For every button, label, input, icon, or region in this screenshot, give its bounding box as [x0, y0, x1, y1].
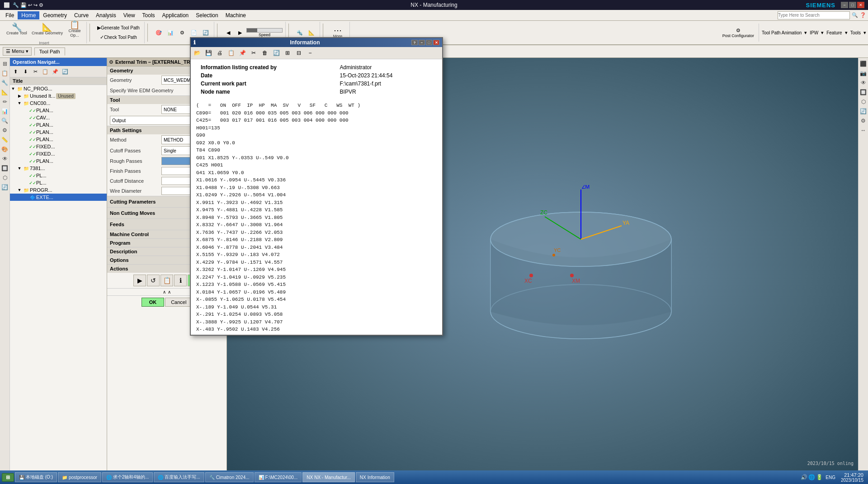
info-tb-delete[interactable]: 🗑: [259, 48, 270, 58]
cutoff-distance-input[interactable]: 0.0000: [161, 177, 193, 185]
info-tb-refresh[interactable]: 🔄: [271, 48, 282, 58]
tool-path-tab[interactable]: Tool Path: [34, 47, 65, 56]
action-btn-list[interactable]: 📋: [160, 275, 173, 286]
info-tb-open[interactable]: 📂: [192, 48, 203, 58]
right-sidebar-icon-7[interactable]: ⚙: [859, 117, 868, 125]
create-tool-button[interactable]: 🔧 Create Tool: [5, 22, 29, 37]
scroll-up-arrow[interactable]: ∧: [163, 289, 166, 294]
expand-7381[interactable]: ▼: [16, 165, 23, 171]
right-sidebar-icon-2[interactable]: 📷: [859, 69, 868, 77]
sidebar-icon-3[interactable]: 🔧: [1, 79, 9, 87]
sidebar-icon-5[interactable]: ✏: [1, 98, 9, 106]
menu-geometry[interactable]: Geometry: [39, 11, 71, 19]
info-content[interactable]: Information listing created by Administr…: [191, 59, 442, 335]
right-sidebar-icon-6[interactable]: 🔄: [859, 107, 868, 115]
maximize-button[interactable]: □: [849, 2, 856, 8]
sidebar-icon-8[interactable]: ⚙: [1, 126, 9, 134]
tray-icon2[interactable]: 🌐: [808, 474, 815, 480]
info-close-btn[interactable]: ✕: [433, 40, 439, 45]
postprocess-button[interactable]: ⚙: [177, 29, 188, 37]
action-btn-generate[interactable]: ▶: [133, 275, 146, 286]
nav-tb-btn3[interactable]: ✂: [31, 67, 40, 76]
menu-application[interactable]: Application: [159, 11, 193, 19]
menu-tools[interactable]: Tools: [139, 11, 159, 19]
rough-passes-input[interactable]: 0: [161, 157, 193, 165]
menu-curve[interactable]: Curve: [71, 11, 92, 19]
tray-icon3[interactable]: 🔋: [816, 474, 823, 480]
sidebar-icon-7[interactable]: 🔍: [1, 117, 9, 125]
taskbar-item-mc2024[interactable]: 📊 F:\MC2024\00...: [255, 472, 302, 482]
check-tool-path-button[interactable]: ✓ Check Tool Path: [98, 33, 139, 41]
menu-selection[interactable]: Selection: [192, 11, 222, 19]
nav-tb-btn1[interactable]: ⬆: [11, 67, 20, 76]
info-tb-split[interactable]: ⊟: [293, 48, 304, 58]
sidebar-icon-6[interactable]: 📊: [1, 107, 9, 115]
tray-icon1[interactable]: 🔊: [801, 474, 807, 480]
tree-item-plan1[interactable]: ✓✓ PLAN...: [10, 107, 107, 114]
taskbar-item-nx-mfg[interactable]: NX NX - Manufactur...: [302, 472, 355, 482]
tpa-dropdown-icon[interactable]: ▾: [804, 30, 807, 36]
tree-item-progr[interactable]: ▼ 📁 PROGR...: [10, 186, 107, 194]
tree-item-pl1[interactable]: ✓✓ PL...: [10, 172, 107, 179]
taskbar-item-cimatron[interactable]: 🔧 Cimatron 2024...: [205, 472, 254, 482]
nav-tb-btn6[interactable]: 🔄: [61, 67, 70, 76]
tree-item-cav[interactable]: ✓✓ CAV...: [10, 114, 107, 121]
feature-dropdown-icon[interactable]: ▾: [845, 30, 848, 36]
info-help-btn[interactable]: ?: [411, 40, 418, 45]
taskbar-item-disk[interactable]: 💾 本地磁盘 (O:): [15, 472, 57, 482]
sidebar-icon-13[interactable]: ⬡: [1, 174, 9, 182]
nav-tb-btn2[interactable]: ⬇: [21, 67, 30, 76]
info-tb-cut[interactable]: ✂: [248, 48, 259, 58]
sidebar-icon-4[interactable]: 📐: [1, 88, 9, 96]
tree-item-fixed2[interactable]: ✓✓ FIXED...: [10, 150, 107, 157]
tools-dropdown-icon[interactable]: ▾: [863, 30, 866, 36]
right-sidebar-icon-5[interactable]: ⬡: [859, 98, 868, 106]
menu-analysis[interactable]: Analysis: [92, 11, 120, 19]
taskbar-item-info[interactable]: NX Information: [356, 472, 394, 482]
right-sidebar-icon-1[interactable]: ⬛: [859, 60, 868, 68]
tree-item-7381[interactable]: ▼ 📁 7381...: [10, 165, 107, 172]
info-max-btn[interactable]: □: [426, 40, 432, 45]
search-input[interactable]: [778, 11, 850, 19]
ipw-label[interactable]: IPW: [810, 30, 818, 35]
nav-tb-btn5[interactable]: 📌: [51, 67, 60, 76]
sidebar-icon-11[interactable]: 👁: [1, 155, 9, 163]
create-geometry-button[interactable]: 📐 Create Geometry: [30, 22, 65, 37]
tree-item-plan2[interactable]: ✓✓ PLAN...: [10, 121, 107, 128]
minimize-button[interactable]: −: [841, 2, 848, 8]
menu-machine[interactable]: Machine: [222, 11, 250, 19]
taskbar-item-postprocessor[interactable]: 📁 postprocessor: [58, 472, 101, 482]
info-tb-copy[interactable]: 📋: [226, 48, 236, 58]
tree-item-fixed1[interactable]: ✓✓ FIXED...: [10, 143, 107, 150]
menu-toggle[interactable]: ☰ Menu ▾: [3, 47, 32, 56]
tool-icon-btn2[interactable]: 📐: [306, 29, 317, 37]
batch-button[interactable]: 🔄: [200, 29, 211, 37]
menu-home[interactable]: Home: [18, 11, 39, 19]
simulate-button[interactable]: 📊: [165, 29, 176, 37]
tree-item-unused[interactable]: ▶ 📁 Unused It... Unused: [10, 92, 107, 100]
tool-icon-btn1[interactable]: 🔩: [294, 29, 305, 37]
info-tb-merge[interactable]: ⊞: [282, 48, 293, 58]
shop-doc-button[interactable]: 📄: [189, 29, 199, 37]
tools-label[interactable]: Tools: [850, 30, 861, 35]
finish-passes-input[interactable]: 1: [161, 167, 193, 175]
close-button[interactable]: ✕: [857, 2, 864, 8]
menu-view[interactable]: View: [120, 11, 139, 19]
tree-item-exte[interactable]: 🔷 EXTE...: [10, 194, 107, 201]
search-icon[interactable]: 🔍: [852, 12, 858, 18]
ok-button[interactable]: OK: [142, 298, 165, 307]
sidebar-icon-1[interactable]: ⊞: [1, 60, 9, 68]
taskbar-item-browser2[interactable]: 🌐 百度输入法手写...: [154, 472, 204, 482]
action-btn-info[interactable]: ℹ: [174, 275, 187, 286]
tree-item-plan4[interactable]: ✓✓ PLAN...: [10, 136, 107, 143]
tree-item-plan3[interactable]: ✓✓ PLAN...: [10, 128, 107, 136]
info-tb-minimize[interactable]: −: [305, 48, 316, 58]
feature-label[interactable]: Feature: [826, 30, 842, 35]
right-sidebar-icon-4[interactable]: 🔲: [859, 88, 868, 96]
ipw-dropdown-icon[interactable]: ▾: [821, 30, 824, 36]
info-tb-print[interactable]: 🖨: [214, 48, 225, 58]
expand-nc_prog[interactable]: ▼: [10, 85, 16, 92]
post-configurator-button[interactable]: ⚙ Post Configurator: [721, 27, 756, 39]
generate-tool-path-button[interactable]: ▶ Generate Tool Path: [95, 24, 142, 32]
cancel-button[interactable]: Cancel: [165, 298, 192, 307]
